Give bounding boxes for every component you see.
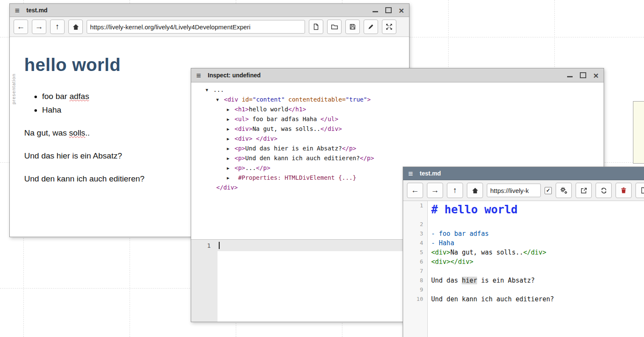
back-button[interactable]: ←: [407, 183, 423, 198]
save-icon: [349, 23, 356, 30]
expand-icon[interactable]: ▶: [227, 134, 234, 144]
preview-toolbar: ← → ↑: [10, 17, 409, 37]
text-segment: Haha: [42, 105, 61, 114]
expand-icon[interactable]: ▶: [227, 115, 234, 124]
editor-filler: [403, 304, 644, 337]
editor-titlebar[interactable]: ≡ test.md: [403, 167, 644, 180]
line-number: 2: [403, 220, 428, 229]
editor-line[interactable]: 8Und das hier is ein Absatz?: [403, 276, 644, 285]
dom-tree-node[interactable]: ▶<div> </div>: [191, 134, 604, 144]
forward-button[interactable]: →: [427, 183, 443, 198]
maximize-button[interactable]: [580, 72, 586, 78]
reload-button[interactable]: [596, 183, 612, 198]
up-button[interactable]: ↑: [447, 183, 463, 198]
editor-line[interactable]: 3- foo bar adfas: [403, 229, 644, 238]
text-cursor: [219, 242, 220, 249]
expand-button[interactable]: [382, 20, 396, 34]
line-content[interactable]: Und den kann ich auch editieren?: [428, 295, 554, 304]
preview-titlebar[interactable]: ≡ test.md ×: [10, 4, 409, 17]
new-file-button[interactable]: [309, 20, 323, 34]
save-button[interactable]: [345, 20, 360, 34]
syntax-token: id=: [242, 96, 252, 103]
syntax-token: hier: [462, 277, 477, 284]
editor-line[interactable]: 6<div></div>: [403, 257, 644, 266]
line-content[interactable]: <div>Na gut, was solls..</div>: [428, 248, 546, 257]
line-content[interactable]: [428, 266, 431, 276]
code-editor[interactable]: 1# hello world23- foo bar adfas4- Haha5<…: [403, 201, 644, 337]
syntax-token: [285, 96, 288, 103]
syntax-token: Und den kann ich auch editieren?: [245, 155, 360, 161]
window-title: test.md: [26, 7, 48, 14]
maximize-button[interactable]: [385, 7, 392, 13]
edit-button[interactable]: [364, 20, 378, 34]
editor-line[interactable]: 7: [403, 266, 644, 276]
file-icon: [640, 187, 644, 194]
close-button[interactable]: ×: [593, 71, 599, 80]
editor-line[interactable]: 9: [403, 285, 644, 295]
dom-tree-node[interactable]: ▶<div>Na gut, was solls..</div>: [191, 124, 604, 134]
syntax-token: >: [367, 96, 370, 103]
editor-line[interactable]: 10Und den kann ich auch editieren?: [403, 295, 644, 304]
expand-icon[interactable]: ▶: [227, 154, 234, 163]
home-button[interactable]: [68, 20, 83, 34]
collapse-icon[interactable]: ▼: [216, 95, 224, 105]
syntax-token: [252, 135, 256, 142]
line-content[interactable]: [428, 285, 431, 295]
expand-icon[interactable]: ▶: [227, 144, 234, 153]
syntax-token: <p>: [234, 145, 245, 152]
dom-tree-node[interactable]: ▶<h1>hello world</h1>: [191, 105, 604, 114]
browse-folder-button[interactable]: [327, 20, 342, 34]
settings-button[interactable]: [556, 183, 572, 198]
dom-tree-node[interactable]: ▼<div id="content" contenteditable="true…: [191, 95, 604, 105]
expand-icon[interactable]: ▶: [227, 105, 234, 114]
editor-line[interactable]: 1# hello world: [403, 201, 644, 220]
open-external-button[interactable]: [576, 183, 592, 198]
inspector-titlebar[interactable]: ≡ Inspect: undefined ×: [191, 68, 604, 82]
gutter-column: [403, 304, 428, 337]
expand-icon[interactable]: ▶: [227, 164, 234, 173]
text-segment: Na gut, was: [24, 128, 69, 137]
url-input[interactable]: [487, 184, 541, 197]
url-input[interactable]: [87, 20, 305, 34]
close-button[interactable]: ×: [399, 6, 404, 15]
delete-button[interactable]: [616, 183, 632, 198]
line-content[interactable]: - foo bar adfas: [428, 229, 489, 238]
syntax-token: <p>: [234, 155, 245, 161]
line-content[interactable]: # hello world: [428, 201, 518, 220]
editor-toolbar: ← → ↑ ✓: [403, 180, 644, 201]
presentation-side-label[interactable]: presentation: [11, 74, 16, 105]
expand-icon[interactable]: ▶: [227, 125, 234, 134]
syntax-token: "true": [346, 96, 367, 103]
forward-button[interactable]: →: [32, 20, 46, 34]
line-content[interactable]: - Haha: [428, 238, 454, 248]
dom-tree-node[interactable]: ▼...: [191, 85, 604, 95]
minimize-button[interactable]: [373, 11, 378, 12]
folder-icon: [331, 23, 338, 31]
gutter-column: [191, 251, 217, 322]
hamburger-menu-icon[interactable]: ≡: [408, 170, 413, 178]
syntax-token: Und den kann ich auch editieren?: [431, 295, 554, 303]
up-button[interactable]: ↑: [50, 20, 65, 34]
syntax-token: Und das hier is ein Absatz?: [245, 145, 342, 152]
syntax-token: </p>: [342, 145, 356, 152]
line-content[interactable]: Und das hier is ein Absatz?: [428, 276, 535, 285]
background-window-fragment[interactable]: [633, 101, 644, 164]
dom-tree-node[interactable]: ▶<ul> foo bar adfas Haha </ul>: [191, 114, 604, 124]
editor-line[interactable]: 5<div>Na gut, was solls..</div>: [403, 248, 644, 257]
hamburger-menu-icon[interactable]: ≡: [196, 71, 201, 79]
editor-line[interactable]: 2: [403, 220, 644, 229]
dom-tree-node[interactable]: ▶<p>Und den kann ich auch editieren?</p>: [191, 153, 604, 163]
dom-tree-node[interactable]: ▶<p>Und das hier is ein Absatz?</p>: [191, 144, 604, 153]
line-content[interactable]: [428, 220, 431, 229]
home-button[interactable]: [467, 183, 483, 198]
minimize-button[interactable]: [567, 76, 573, 77]
back-button[interactable]: ←: [14, 20, 28, 34]
expand-icon[interactable]: ▶: [227, 173, 234, 183]
collapse-icon[interactable]: ▼: [206, 85, 213, 95]
auto-update-checkbox[interactable]: ✓: [545, 187, 552, 194]
line-content[interactable]: <div></div>: [428, 257, 473, 266]
editor-line[interactable]: 4- Haha: [403, 238, 644, 248]
syntax-token: </div>: [320, 125, 342, 132]
hamburger-menu-icon[interactable]: ≡: [15, 6, 20, 14]
new-file-button[interactable]: [636, 183, 644, 198]
